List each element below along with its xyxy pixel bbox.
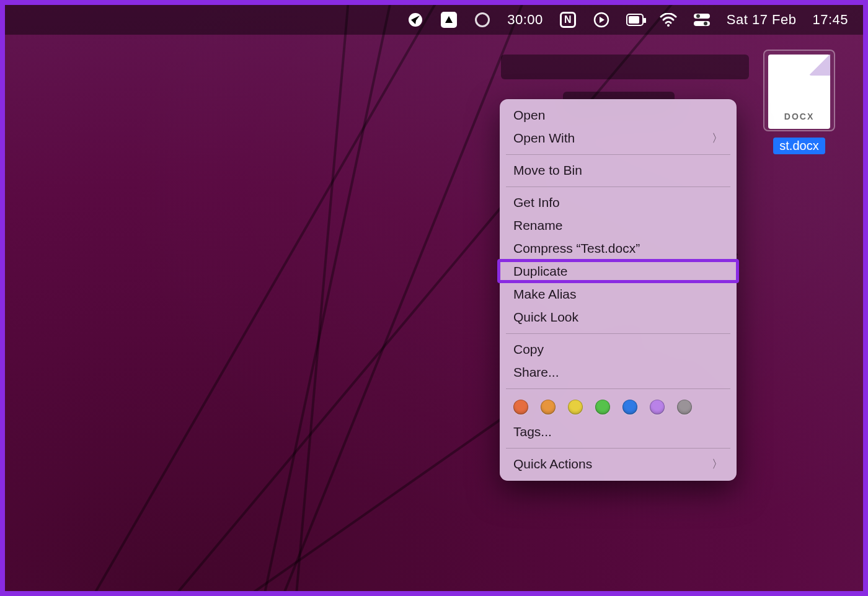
menu-item-make-alias[interactable]: Make Alias [500, 283, 737, 306]
wifi-icon[interactable] [660, 11, 677, 28]
wallpaper-line [133, 5, 553, 591]
menu-item-label: Quick Actions [513, 457, 592, 471]
svg-point-4 [696, 14, 700, 18]
menu-item-label: Rename [513, 218, 562, 233]
wallpaper-line [208, 5, 404, 591]
menu-item-label: Compress “Test.docx” [513, 241, 640, 256]
menu-separator [506, 448, 730, 449]
svg-rect-3 [694, 14, 710, 19]
menu-item-label: Move to Bin [513, 163, 582, 178]
tag-purple[interactable] [650, 400, 665, 414]
menu-item-move-to-bin[interactable]: Move to Bin [500, 159, 737, 182]
menu-item-label: Quick Look [513, 310, 578, 325]
menu-item-compress[interactable]: Compress “Test.docx” [500, 237, 737, 260]
file-selection-highlight: DOCX [763, 50, 835, 131]
tag-gray[interactable] [677, 400, 692, 414]
tag-red[interactable] [513, 400, 528, 414]
timer-circle-icon[interactable] [474, 11, 491, 28]
app-triangle-icon[interactable] [440, 11, 458, 28]
menu-item-label: Open [513, 108, 545, 123]
menu-separator [506, 388, 730, 389]
context-menu: Open Open With 〉 Move to Bin Get Info Re… [500, 99, 737, 481]
menu-item-copy[interactable]: Copy [500, 338, 737, 361]
battery-icon[interactable] [626, 11, 644, 28]
wallpaper-line [5, 5, 478, 591]
location-icon[interactable] [407, 11, 424, 28]
svg-rect-5 [694, 21, 710, 26]
menu-item-quick-actions[interactable]: Quick Actions 〉 [500, 453, 737, 476]
desktop[interactable]: 30:00 N Sat 17 Feb 17:45 DOCX st.docx Op… [5, 5, 863, 591]
file-ext-label: DOCX [768, 112, 830, 121]
control-center-icon[interactable] [693, 11, 711, 28]
menu-separator [506, 154, 730, 155]
menu-bar-date[interactable]: Sat 17 Feb [727, 12, 797, 28]
desktop-file-item[interactable]: DOCX st.docx [759, 50, 839, 154]
notion-icon[interactable]: N [559, 11, 577, 28]
menu-item-label: Tags... [513, 424, 552, 439]
tag-blue[interactable] [622, 400, 637, 414]
menu-item-label: Share... [513, 365, 559, 380]
menu-bar: 30:00 N Sat 17 Feb 17:45 [5, 5, 863, 35]
menu-item-label: Make Alias [513, 287, 577, 302]
timer-text[interactable]: 30:00 [507, 12, 543, 28]
tag-orange[interactable] [541, 400, 556, 414]
menu-item-label: Open With [513, 131, 575, 146]
play-circle-icon[interactable] [593, 11, 610, 28]
svg-point-2 [667, 24, 670, 27]
menu-item-label: Get Info [513, 195, 560, 210]
menu-item-rename[interactable]: Rename [500, 214, 737, 237]
menu-item-quick-look[interactable]: Quick Look [500, 306, 737, 329]
tag-color-row [500, 393, 737, 421]
menu-item-get-info[interactable]: Get Info [500, 191, 737, 214]
menu-bar-time[interactable]: 17:45 [812, 12, 848, 28]
menu-item-duplicate[interactable]: Duplicate [500, 260, 737, 283]
menu-item-tags[interactable]: Tags... [500, 421, 737, 444]
svg-point-6 [704, 22, 707, 25]
tag-yellow[interactable] [568, 400, 583, 414]
menu-item-label: Copy [513, 342, 544, 357]
file-document-icon: DOCX [768, 55, 830, 129]
wallpaper-shape [501, 55, 749, 79]
menu-item-label: Duplicate [513, 264, 568, 279]
menu-separator [506, 186, 730, 187]
menu-item-share[interactable]: Share... [500, 361, 737, 384]
menu-item-open[interactable]: Open [500, 104, 737, 127]
tag-green[interactable] [595, 400, 610, 414]
chevron-right-icon: 〉 [712, 457, 723, 471]
menu-item-open-with[interactable]: Open With 〉 [500, 127, 737, 150]
file-name-label[interactable]: st.docx [773, 138, 825, 154]
menu-separator [506, 333, 730, 334]
chevron-right-icon: 〉 [712, 131, 723, 146]
